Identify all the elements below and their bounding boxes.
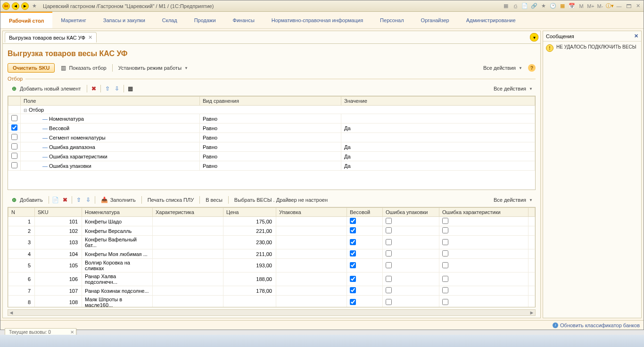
filter-checkbox[interactable] xyxy=(11,124,17,131)
delete-row-icon[interactable]: ✖ xyxy=(61,196,69,204)
minimize-icon[interactable]: — xyxy=(615,2,623,10)
star-icon[interactable]: ★ xyxy=(540,2,547,10)
doc-icon[interactable]: 📄 xyxy=(521,2,528,10)
err-char-checkbox[interactable] xyxy=(442,299,448,305)
filter-checkbox[interactable] xyxy=(11,162,17,168)
menu-finance[interactable]: Финансы xyxy=(224,12,263,28)
help-icon[interactable]: ? xyxy=(528,64,536,72)
weight-checkbox[interactable] xyxy=(350,250,356,256)
menu-admin[interactable]: Администрирование xyxy=(458,12,524,28)
filter-checkbox[interactable] xyxy=(11,143,17,149)
filter-row[interactable]: — Весовой Равно Да xyxy=(8,124,535,133)
favorite-icon[interactable]: ★ xyxy=(31,2,38,10)
err-char-checkbox[interactable] xyxy=(442,250,448,256)
all-actions-filter-button[interactable]: Все действия▼ xyxy=(491,84,536,93)
err-pack-checkbox[interactable] xyxy=(386,218,392,224)
weight-checkbox[interactable] xyxy=(350,262,356,268)
table-row[interactable]: 1 101 Конфеты Шадо 175,00 xyxy=(8,217,535,226)
err-pack-checkbox[interactable] xyxy=(386,262,392,268)
err-pack-checkbox[interactable] xyxy=(386,287,392,293)
move-down-icon[interactable]: ⇩ xyxy=(113,85,121,92)
close-icon[interactable]: ✕ xyxy=(634,2,642,10)
move-down-icon[interactable]: ⇩ xyxy=(84,196,92,204)
err-char-checkbox[interactable] xyxy=(442,276,448,282)
filter-row[interactable]: — Номенклатура Равно xyxy=(8,114,535,124)
filter-row[interactable]: — Ошибка характеристики Равно Да xyxy=(8,152,535,161)
messages-close-icon[interactable]: ✕ xyxy=(634,33,638,39)
collapse-icon[interactable]: ⊟ xyxy=(24,108,27,113)
err-char-checkbox[interactable] xyxy=(442,218,448,224)
all-actions-data-button[interactable]: Все действия▼ xyxy=(491,196,536,204)
filter-checkbox[interactable] xyxy=(11,134,17,140)
err-char-checkbox[interactable] xyxy=(442,287,448,293)
weight-checkbox[interactable] xyxy=(350,218,356,224)
table-row[interactable]: 8 108 Маяк Шпроты в масле160... xyxy=(8,296,535,308)
filter-row[interactable]: — Ошибка упаковки Равно Да xyxy=(8,161,535,171)
m-icon[interactable]: M xyxy=(578,2,585,10)
add-element-button[interactable]: ⊕Добавить новый элемент xyxy=(8,83,84,94)
link-icon[interactable]: 🔗 xyxy=(530,2,538,10)
history-icon[interactable]: 🕑 xyxy=(549,2,557,10)
table-row[interactable]: 4 104 Конфеты Моя любимая ... 211,00 xyxy=(8,249,535,259)
m-minus-icon[interactable]: M- xyxy=(596,2,604,10)
nav-fwd-icon[interactable]: ► xyxy=(21,2,29,10)
tab-export-scales[interactable]: Выгрузка товаров весы КАС УФ ✕ xyxy=(5,32,97,42)
filter-row[interactable]: — Ошибка диапазона Равно Да xyxy=(8,142,535,152)
m-plus-icon[interactable]: M+ xyxy=(587,2,594,10)
err-char-checkbox[interactable] xyxy=(442,239,448,245)
scroll-left-icon[interactable]: ◄ xyxy=(8,310,15,315)
filter-checkbox[interactable] xyxy=(11,153,17,159)
maximize-icon[interactable]: 🗖 xyxy=(625,2,632,10)
horizontal-scrollbar[interactable]: ◄ ► xyxy=(8,309,536,316)
calc-icon[interactable]: ▦ xyxy=(559,2,566,10)
group-icon[interactable]: ▦ xyxy=(127,85,134,92)
menu-sales[interactable]: Продажи xyxy=(186,12,224,28)
calendar-icon[interactable]: 📅 xyxy=(568,2,576,10)
menu-marketing[interactable]: Маркетинг xyxy=(52,12,94,28)
all-actions-button[interactable]: Все действия▼ xyxy=(480,64,525,72)
filter-row[interactable]: — Сегмент номенклатуры Равно xyxy=(8,133,535,142)
print-plu-button[interactable]: Печать списка ПЛУ xyxy=(145,196,197,204)
table-row[interactable]: 6 106 Ранар Халва подсолнечн... 188,00 xyxy=(8,273,535,286)
clear-sku-button[interactable]: Очистить SKU xyxy=(8,63,55,73)
weight-checkbox[interactable] xyxy=(350,299,356,305)
err-pack-checkbox[interactable] xyxy=(386,276,392,282)
err-char-checkbox[interactable] xyxy=(442,262,448,268)
move-up-icon[interactable]: ⇧ xyxy=(104,85,111,92)
weight-checkbox[interactable] xyxy=(350,239,356,245)
err-char-checkbox[interactable] xyxy=(442,227,448,233)
set-mode-button[interactable]: Установить режим работы▼ xyxy=(116,64,191,72)
fill-button[interactable]: 📥Заполнить xyxy=(98,195,139,205)
nav-back-icon[interactable]: ◄ xyxy=(12,2,19,10)
data-table[interactable]: N SKU Номенклатура Характеристика Цена У… xyxy=(8,207,536,307)
tool-icon[interactable]: ▦ xyxy=(502,2,510,10)
show-filter-button[interactable]: ▥Показать отбор xyxy=(57,63,109,73)
to-scales-button[interactable]: В весы xyxy=(203,196,225,204)
weight-checkbox[interactable] xyxy=(350,227,356,233)
filter-table[interactable]: Поле Вид сравнения Значение ⊟ Отбор — Но… xyxy=(8,96,536,190)
info-icon[interactable]: ⓘ▾ xyxy=(606,2,613,10)
menu-organizer[interactable]: Органайзер xyxy=(413,12,458,28)
add-row-button[interactable]: ⊕Добавить xyxy=(8,195,46,205)
err-pack-checkbox[interactable] xyxy=(386,227,392,233)
menu-warehouse[interactable]: Склад xyxy=(154,12,186,28)
tab-nav-icon[interactable]: ▾ xyxy=(530,33,538,41)
select-scales-button[interactable]: Выбрать ВЕСЫ . Драйвер не настроен xyxy=(231,196,330,204)
weight-checkbox[interactable] xyxy=(350,276,356,282)
menu-personnel[interactable]: Персонал xyxy=(372,12,413,28)
print-icon[interactable]: ⎙ xyxy=(512,2,519,10)
weight-checkbox[interactable] xyxy=(350,287,356,293)
copy-icon[interactable]: 📄 xyxy=(52,196,59,204)
err-pack-checkbox[interactable] xyxy=(386,299,392,305)
delete-icon[interactable]: ✖ xyxy=(90,85,98,92)
scroll-right-icon[interactable]: ► xyxy=(528,310,535,315)
menu-stocks[interactable]: Запасы и закупки xyxy=(95,12,154,28)
err-pack-checkbox[interactable] xyxy=(386,250,392,256)
menu-refs[interactable]: Нормативно-справочная информация xyxy=(263,12,372,28)
table-row[interactable]: 3 103 Конфеты Вафельный бат... 230,00 xyxy=(8,236,535,249)
tab-close-icon[interactable]: ✕ xyxy=(88,34,92,41)
table-row[interactable]: 5 105 Волгир Коровка на сливках 193,00 xyxy=(8,259,535,273)
tooltip-close-icon[interactable]: ✕ xyxy=(70,330,74,335)
filter-checkbox[interactable] xyxy=(11,115,17,121)
err-pack-checkbox[interactable] xyxy=(386,239,392,245)
